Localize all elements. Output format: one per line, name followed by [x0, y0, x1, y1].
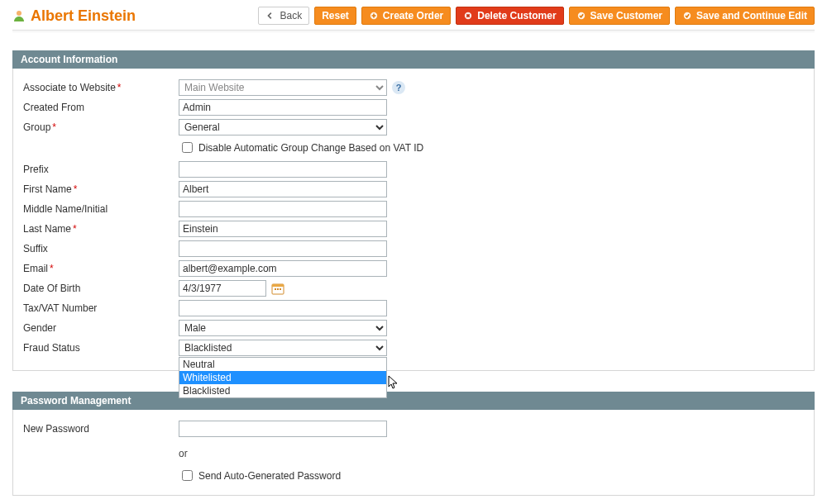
associate-label: Associate to Website [23, 82, 116, 93]
required-star: * [52, 121, 56, 133]
email-input[interactable] [179, 260, 387, 277]
fraud-status-dropdown-open[interactable]: Neutral Whitelisted Blacklisted [179, 357, 387, 398]
dob-input[interactable] [179, 280, 266, 297]
required-star: * [73, 223, 77, 235]
svg-rect-6 [272, 284, 284, 287]
plus-icon [369, 11, 379, 21]
group-label: Group [23, 121, 50, 133]
auto-password-checkbox[interactable] [182, 470, 193, 481]
svg-point-0 [17, 11, 22, 16]
password-management-body: New Password or Send Auto-Generated Pass… [12, 410, 815, 496]
fraud-status-select[interactable]: Blacklisted [179, 340, 387, 356]
email-label: Email [23, 263, 48, 274]
password-management-header: Password Management [12, 392, 815, 410]
check-icon [682, 11, 692, 21]
suffix-input[interactable] [179, 240, 387, 257]
svg-rect-9 [280, 288, 281, 290]
header-divider [12, 30, 815, 32]
delete-customer-label: Delete Customer [477, 10, 556, 21]
middle-name-input[interactable] [179, 201, 387, 217]
prefix-input[interactable] [179, 161, 387, 178]
calendar-icon[interactable] [271, 282, 284, 295]
save-customer-label: Save Customer [590, 10, 662, 21]
fraud-status-label: Fraud Status [23, 342, 80, 354]
prefix-label: Prefix [23, 164, 49, 175]
last-name-label: Last Name [23, 223, 71, 235]
delete-customer-button[interactable]: Delete Customer [456, 7, 563, 25]
suffix-label: Suffix [23, 243, 48, 254]
arrow-left-icon [265, 11, 275, 21]
back-button[interactable]: Back [258, 7, 309, 25]
middle-name-label: Middle Name/Initial [23, 203, 108, 215]
page-title: Albert Einstein [31, 7, 136, 25]
gender-select[interactable]: Male [179, 320, 387, 336]
disable-auto-group-checkbox[interactable] [182, 142, 193, 153]
svg-rect-8 [277, 288, 279, 290]
create-order-label: Create Order [383, 10, 443, 21]
created-from-input[interactable] [179, 99, 387, 116]
last-name-input[interactable] [179, 221, 387, 237]
or-text: or [179, 440, 805, 468]
fraud-option-blacklisted[interactable]: Blacklisted [179, 384, 386, 397]
tax-label: Tax/VAT Number [23, 302, 97, 314]
fraud-option-neutral[interactable]: Neutral [179, 358, 386, 371]
created-from-label: Created From [23, 102, 84, 113]
disable-auto-group-label: Disable Automatic Group Change Based on … [198, 142, 423, 154]
tax-input[interactable] [179, 300, 387, 316]
reset-button[interactable]: Reset [314, 7, 356, 25]
new-password-label: New Password [23, 423, 89, 435]
account-info-body: Associate to Website* Main Website ? Cre… [12, 69, 815, 371]
back-label: Back [280, 10, 302, 21]
customer-icon [12, 9, 26, 22]
save-continue-button[interactable]: Save and Continue Edit [675, 7, 815, 25]
header-actions: Back Reset Create Order Delete Customer [258, 7, 815, 25]
first-name-label: First Name [23, 183, 72, 195]
close-icon [463, 11, 473, 21]
required-star: * [50, 263, 54, 274]
help-icon[interactable]: ? [392, 81, 405, 94]
dob-label: Date Of Birth [23, 283, 80, 294]
save-continue-label: Save and Continue Edit [696, 10, 807, 21]
auto-password-label: Send Auto-Generated Password [198, 470, 341, 482]
account-info-header: Account Information [12, 50, 815, 69]
save-customer-button[interactable]: Save Customer [569, 7, 670, 25]
new-password-input[interactable] [179, 421, 387, 437]
reset-label: Reset [322, 10, 349, 21]
svg-rect-7 [275, 288, 276, 290]
gender-label: Gender [23, 322, 56, 334]
group-select[interactable]: General [179, 119, 387, 136]
required-star: * [117, 82, 122, 93]
fraud-option-whitelisted[interactable]: Whitelisted [179, 371, 386, 384]
check-icon [576, 11, 586, 21]
first-name-input[interactable] [179, 181, 387, 197]
associate-website-select[interactable]: Main Website [179, 79, 387, 96]
create-order-button[interactable]: Create Order [361, 7, 451, 25]
required-star: * [74, 183, 78, 195]
